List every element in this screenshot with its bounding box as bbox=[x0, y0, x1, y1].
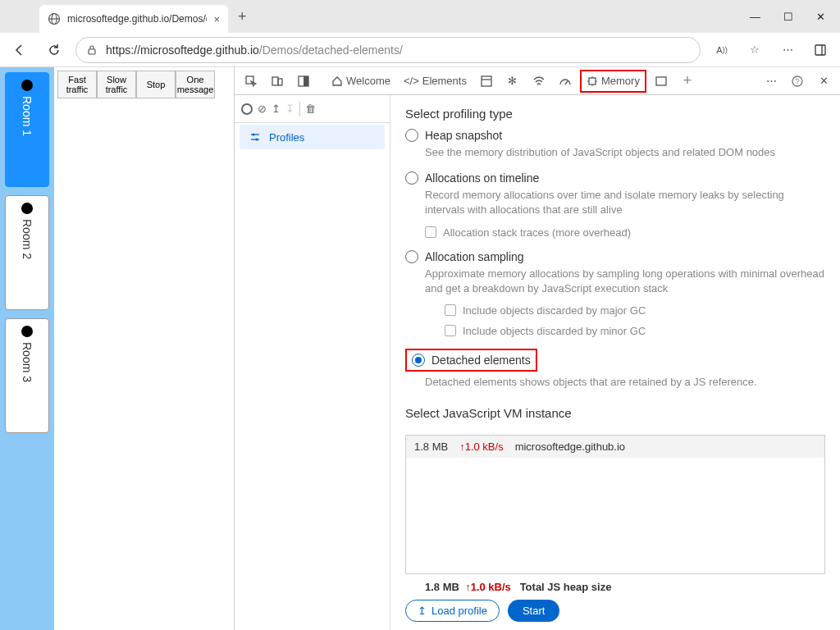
favorite-icon[interactable]: ☆ bbox=[742, 37, 768, 63]
address-bar[interactable]: https://microsoftedge.github.io/Demos/de… bbox=[75, 37, 701, 63]
svg-rect-8 bbox=[278, 79, 282, 85]
room-1[interactable]: Room 1 bbox=[5, 72, 49, 187]
start-button[interactable]: Start bbox=[508, 600, 559, 622]
svg-rect-3 bbox=[89, 49, 95, 54]
svg-rect-7 bbox=[272, 77, 278, 85]
home-icon bbox=[331, 75, 343, 87]
network-icon[interactable] bbox=[527, 70, 550, 93]
tab-elements[interactable]: </>Elements bbox=[399, 70, 472, 93]
fast-traffic-button[interactable]: Fast traffic bbox=[57, 71, 97, 98]
svg-rect-4 bbox=[815, 45, 825, 55]
one-message-button[interactable]: One message bbox=[176, 71, 215, 98]
radio-icon[interactable] bbox=[405, 129, 418, 142]
dock-icon[interactable] bbox=[292, 70, 315, 93]
read-aloud-icon[interactable]: A)) bbox=[709, 37, 735, 63]
option-allocations-timeline[interactable]: Allocations on timeline Record memory al… bbox=[405, 171, 825, 238]
dot-icon bbox=[21, 326, 33, 337]
app-icon[interactable] bbox=[475, 70, 498, 93]
checkbox[interactable] bbox=[445, 304, 456, 316]
maximize-icon[interactable]: ☐ bbox=[783, 11, 793, 23]
radio-icon[interactable] bbox=[405, 171, 418, 185]
upload-icon: ↥ bbox=[418, 605, 427, 617]
more-icon[interactable]: ⋯ bbox=[774, 37, 801, 63]
add-tab-icon[interactable]: + bbox=[676, 70, 699, 93]
up-icon[interactable]: ↥ bbox=[272, 103, 281, 115]
record-icon[interactable] bbox=[241, 103, 253, 115]
tab-memory[interactable]: Memory bbox=[580, 70, 646, 93]
refresh-button[interactable] bbox=[41, 37, 67, 63]
option-detached-elements[interactable]: Detached elements Detached elements show… bbox=[405, 349, 825, 390]
svg-rect-10 bbox=[304, 76, 308, 86]
option-heap-snapshot[interactable]: Heap snapshot See the memory distributio… bbox=[405, 129, 825, 160]
vm-instance-list[interactable]: 1.8 MB ↑1.0 kB/s microsoftedge.github.io bbox=[405, 435, 825, 574]
dot-icon bbox=[21, 203, 33, 214]
heap-stats: 1.8 MB ↑1.0 kB/s Total JS heap size bbox=[405, 581, 825, 593]
perf-icon[interactable] bbox=[554, 70, 577, 93]
help-icon[interactable]: ? bbox=[786, 70, 809, 93]
new-tab-button[interactable]: + bbox=[235, 5, 250, 29]
bug-icon[interactable]: ✻ bbox=[501, 70, 524, 93]
option-allocation-sampling[interactable]: Allocation sampling Approximate memory a… bbox=[405, 250, 825, 337]
profiling-title: Select profiling type bbox=[405, 107, 825, 121]
svg-point-24 bbox=[253, 134, 255, 136]
chip-icon bbox=[587, 75, 598, 87]
back-button[interactable] bbox=[7, 37, 33, 63]
dot-icon bbox=[21, 80, 33, 91]
sidebar-icon[interactable] bbox=[807, 37, 833, 63]
url-text: https://microsoftedge.github.io/Demos/de… bbox=[106, 43, 403, 57]
devtools-close-icon[interactable]: ✕ bbox=[812, 70, 835, 93]
vm-row[interactable]: 1.8 MB ↑1.0 kB/s microsoftedge.github.io bbox=[406, 436, 824, 458]
inspect-icon[interactable] bbox=[240, 70, 262, 93]
svg-rect-11 bbox=[482, 76, 491, 86]
radio-icon[interactable] bbox=[405, 250, 418, 263]
device-icon[interactable] bbox=[266, 70, 289, 93]
globe-icon bbox=[48, 12, 61, 25]
lock-icon bbox=[86, 44, 98, 56]
radio-icon[interactable] bbox=[412, 354, 425, 367]
svg-rect-14 bbox=[589, 78, 596, 84]
trash-icon[interactable]: 🗑 bbox=[305, 103, 316, 115]
clear-icon[interactable]: ⊘ bbox=[258, 103, 267, 115]
vm-title: Select JavaScript VM instance bbox=[405, 406, 825, 420]
tab-close-icon[interactable]: × bbox=[213, 13, 220, 25]
room-2[interactable]: Room 2 bbox=[5, 195, 49, 310]
stop-button[interactable]: Stop bbox=[136, 71, 176, 98]
devtools-more-icon[interactable]: ⋯ bbox=[760, 70, 783, 93]
close-window-icon[interactable]: ✕ bbox=[816, 11, 825, 23]
profiles-item[interactable]: Profiles bbox=[240, 125, 385, 149]
minimize-icon[interactable]: — bbox=[750, 11, 760, 23]
checkbox[interactable] bbox=[425, 226, 436, 238]
tab-welcome[interactable]: Welcome bbox=[326, 70, 395, 93]
load-profile-button[interactable]: ↥Load profile bbox=[405, 600, 500, 622]
svg-point-25 bbox=[256, 139, 258, 141]
svg-rect-6 bbox=[246, 76, 253, 84]
code-icon: </> bbox=[404, 75, 419, 87]
down-icon[interactable]: ↧ bbox=[285, 103, 294, 115]
svg-line-13 bbox=[565, 81, 568, 84]
sliders-icon bbox=[249, 131, 261, 143]
panel-icon[interactable] bbox=[650, 70, 673, 93]
browser-tab[interactable]: microsoftedge.github.io/Demos/c × bbox=[39, 5, 228, 33]
slow-traffic-button[interactable]: Slow traffic bbox=[97, 71, 136, 98]
svg-rect-19 bbox=[656, 77, 666, 85]
checkbox[interactable] bbox=[445, 325, 456, 336]
svg-text:?: ? bbox=[795, 77, 799, 85]
room-3[interactable]: Room 3 bbox=[5, 318, 49, 433]
tab-title: microsoftedge.github.io/Demos/c bbox=[67, 13, 207, 25]
